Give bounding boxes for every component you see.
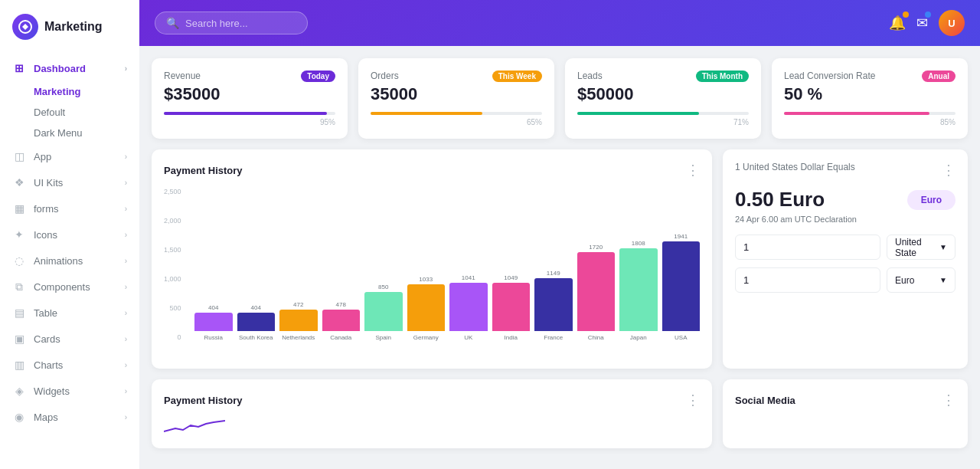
sidebar-item-label-animations: Animations xyxy=(34,255,83,267)
bar-label: Russia xyxy=(204,334,223,341)
sidebar-item-label-icons: Icons xyxy=(34,229,57,241)
sidebar-subitem-marketing[interactable]: Marketing xyxy=(0,81,139,102)
progress-bar xyxy=(371,112,542,115)
stat-card-revenue: Revenue $35000 Today 95% xyxy=(152,58,348,139)
bar-value: 850 xyxy=(378,284,388,290)
chevron-icon-maps: › xyxy=(125,413,127,421)
stat-label: Revenue xyxy=(164,71,220,81)
bottom-social-more-icon[interactable]: ⋮ xyxy=(942,392,956,408)
bar-rect xyxy=(407,284,446,332)
notification-bell[interactable]: 🔔 xyxy=(889,15,906,31)
sidebar-item-forms[interactable]: ▦ forms › xyxy=(0,195,139,221)
sidebar-item-maps[interactable]: ◉ Maps › xyxy=(0,404,139,430)
progress-fill xyxy=(371,112,482,115)
currency-select-1-label: United State xyxy=(895,237,939,258)
uikits-icon: ❖ xyxy=(12,175,26,189)
bar-group: 404 South Korea xyxy=(237,304,276,341)
bar-value: 1720 xyxy=(589,244,603,251)
progress-fill xyxy=(784,112,929,115)
sparkline xyxy=(164,418,700,436)
y-axis: 2,5002,0001,5001,0005000 xyxy=(164,188,186,341)
stat-value: 35000 xyxy=(371,84,417,104)
sidebar-subitem-defoult[interactable]: Defoult xyxy=(0,102,139,123)
widgets-icon: ◈ xyxy=(12,384,26,398)
bar-rect xyxy=(662,241,701,331)
currency-more-icon[interactable]: ⋮ xyxy=(942,162,956,179)
bar-value: 1808 xyxy=(632,240,645,247)
sidebar-item-icons[interactable]: ✦ Icons › xyxy=(0,221,139,248)
sidebar-item-uikits[interactable]: ❖ UI Kits › xyxy=(0,169,139,195)
progress-bar xyxy=(164,112,335,115)
maps-icon: ◉ xyxy=(12,410,26,424)
progress-label: 95% xyxy=(164,118,335,126)
chevron-down-icon-2: ▼ xyxy=(939,276,947,284)
stat-card-leads: Leads $50000 This Month 71% xyxy=(565,58,761,139)
stat-cards-row: Revenue $35000 Today 95% Orders 35000 Th… xyxy=(152,58,968,139)
sidebar-subitem-darkmenu[interactable]: Dark Menu xyxy=(0,123,139,143)
progress-bar xyxy=(577,112,749,115)
bar-value: 1049 xyxy=(504,274,518,281)
payment-history-chart: Payment History ⋮ 2,5002,0001,5001,00050… xyxy=(152,149,712,369)
stat-value: $35000 xyxy=(164,84,220,104)
sidebar-section-main: ⊞ Dashboard › Marketing Defoult Dark Men… xyxy=(0,52,139,433)
search-box[interactable]: 🔍 xyxy=(155,11,308,34)
header: 🔍 🔔 ✉ U xyxy=(139,0,980,46)
sidebar-item-app[interactable]: ◫ App › xyxy=(0,143,139,169)
bar-rect xyxy=(534,278,573,331)
progress-fill xyxy=(577,112,699,115)
y-axis-label: 1,000 xyxy=(164,275,181,283)
chevron-icon-uikits: › xyxy=(125,179,127,187)
y-axis-label: 0 xyxy=(178,333,181,341)
currency-card: 1 United States Dollar Equals ⋮ 0.50 Eur… xyxy=(723,149,968,369)
currency-select-2[interactable]: Euro ▼ xyxy=(887,267,956,293)
stat-badge: Anual xyxy=(922,71,956,82)
sidebar-item-dashboard[interactable]: ⊞ Dashboard › xyxy=(0,55,139,81)
sidebar-item-table[interactable]: ▤ Table › xyxy=(0,300,139,326)
chart-title: Payment History xyxy=(164,165,243,176)
currency-date: 24 Apr 6.00 am UTC Declaration xyxy=(735,215,956,224)
sidebar-item-label-table: Table xyxy=(34,307,57,319)
bottom-social-header: Social Media ⋮ xyxy=(735,392,956,408)
currency-amount-input-1[interactable] xyxy=(735,235,880,260)
bar-label: Germany xyxy=(413,334,439,341)
bar-group: 850 Spain xyxy=(364,284,403,341)
charts-row: Payment History ⋮ 2,5002,0001,5001,00050… xyxy=(152,149,968,369)
bar-group: 404 Russia xyxy=(194,304,233,341)
currency-header: 1 United States Dollar Equals ⋮ xyxy=(735,162,956,179)
mail-icon[interactable]: ✉ xyxy=(916,15,928,31)
sidebar-item-cards[interactable]: ▣ Cards › xyxy=(0,326,139,352)
stat-card-orders: Orders 35000 This Week 65% xyxy=(358,58,554,139)
search-input[interactable] xyxy=(185,18,296,29)
bar-label: Japan xyxy=(630,334,647,341)
avatar[interactable]: U xyxy=(939,10,965,36)
stat-card-lead-conversion-rate: Lead Conversion Rate 50 % Anual 85% xyxy=(772,58,968,139)
search-icon: 🔍 xyxy=(166,17,179,29)
sidebar: Marketing ⊞ Dashboard › Marketing Defoul… xyxy=(0,0,139,469)
bar-label: India xyxy=(505,334,518,341)
bottom-payment-more-icon[interactable]: ⋮ xyxy=(686,392,700,408)
icons-icon: ✦ xyxy=(12,228,26,241)
currency-select-1[interactable]: United State ▼ xyxy=(887,235,956,260)
chevron-down-icon: › xyxy=(125,64,127,73)
sidebar-item-components[interactable]: ⧉ Components › xyxy=(0,274,139,300)
bar-value: 1149 xyxy=(547,270,560,277)
sidebar-item-charts[interactable]: ▥ Charts › xyxy=(0,352,139,378)
currency-badge[interactable]: Euro xyxy=(907,190,956,210)
sidebar-item-label-uikits: UI Kits xyxy=(34,177,63,189)
bottom-row: Payment History ⋮ Social Media ⋮ xyxy=(152,379,968,448)
bars-container: 404 Russia 404 South Korea 472 Netherlan… xyxy=(194,188,700,356)
mail-badge xyxy=(925,11,931,18)
sidebar-item-label-dashboard: Dashboard xyxy=(34,63,86,74)
bar-value: 1041 xyxy=(462,274,475,281)
sidebar-item-animations[interactable]: ◌ Animations › xyxy=(0,248,139,274)
chevron-down-icon: ▼ xyxy=(939,243,947,251)
currency-amount-input-2[interactable] xyxy=(735,267,880,293)
bar-chart-area: 2,5002,0001,5001,0005000 404 Russia 404 … xyxy=(164,188,700,356)
stat-label: Orders xyxy=(371,71,417,81)
sidebar-item-widgets[interactable]: ◈ Widgets › xyxy=(0,378,139,404)
stat-label: Leads xyxy=(577,71,633,81)
stat-badge: Today xyxy=(301,71,335,82)
chevron-icon-table: › xyxy=(125,309,127,317)
more-options-icon[interactable]: ⋮ xyxy=(686,162,700,179)
bar-value: 1033 xyxy=(419,276,433,283)
